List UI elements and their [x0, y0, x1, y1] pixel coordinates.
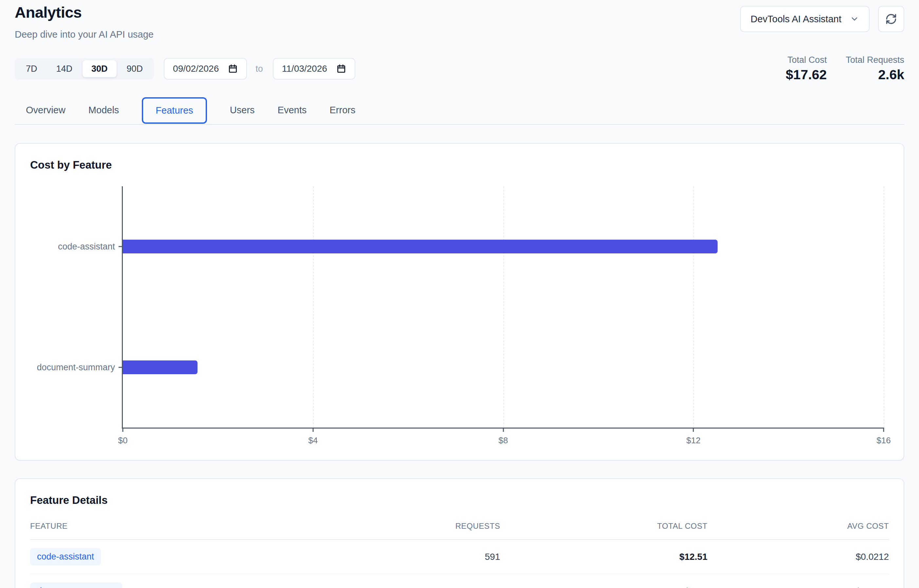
feature-chip-code-assistant[interactable]: code-assistant	[30, 548, 101, 565]
y-tick-mark	[118, 246, 123, 247]
total-cost-value: $17.62	[786, 67, 827, 82]
column-header-requests: REQUESTS	[316, 522, 500, 531]
avg-cost-cell: $0.0029	[707, 586, 889, 588]
date-range-segmented-control: 7D14D30D90D	[15, 58, 154, 79]
column-header-avg-cost: AVG COST	[707, 522, 889, 531]
end-date-input[interactable]: 11/03/2026	[273, 58, 355, 79]
total-cost-cell: $12.51	[500, 552, 707, 562]
column-header-feature: FEATURE	[30, 522, 316, 531]
x-tick-label: $4	[308, 435, 318, 446]
x-tick-label: $16	[877, 435, 890, 446]
controls-row: 7D14D30D90D 09/02/2026 to 11/03/2026 Tot…	[15, 55, 904, 82]
total-cost-label: Total Cost	[786, 55, 827, 65]
table-row: code-assistant591$12.51$0.0212	[30, 540, 889, 574]
refresh-icon	[885, 13, 897, 25]
y-tick-mark	[118, 367, 123, 368]
requests-cell: 591	[316, 552, 500, 562]
x-tick-label: $0	[118, 435, 128, 446]
bar-document-summary[interactable]	[123, 360, 197, 374]
page-title: Analytics	[15, 3, 154, 21]
gridline	[313, 186, 314, 428]
table-body: code-assistant591$12.51$0.0212document-s…	[30, 540, 889, 588]
summary-stats: Total Cost $17.62 Total Requests 2.6k	[786, 55, 904, 82]
x-tick-mark	[503, 428, 504, 432]
table-row: document-summary533$1.57$0.0029	[30, 574, 889, 588]
avg-cost-cell: $0.0212	[707, 552, 889, 562]
total-requests-stat: Total Requests 2.6k	[846, 55, 904, 82]
refresh-button[interactable]	[878, 6, 904, 32]
range-button-7d[interactable]: 7D	[17, 60, 46, 77]
chevron-down-icon	[850, 15, 859, 24]
plot-area: $0$4$8$12$16code-assistantdocument-summa…	[122, 186, 883, 428]
gridline	[693, 186, 694, 428]
tab-events[interactable]: Events	[278, 96, 307, 124]
x-tick-label: $12	[686, 435, 701, 446]
chart-title: Cost by Feature	[30, 159, 889, 171]
cost-by-feature-card: Cost by Feature $0$4$8$12$16code-assista…	[15, 143, 904, 460]
range-button-14d[interactable]: 14D	[47, 60, 82, 77]
total-cost-stat: Total Cost $17.62	[786, 55, 827, 82]
date-range-separator: to	[256, 64, 263, 74]
total-requests-label: Total Requests	[846, 55, 904, 65]
page-subtitle: Deep dive into your AI API usage	[15, 29, 154, 40]
header-block: Analytics Deep dive into your AI API usa…	[15, 3, 154, 40]
x-tick-mark	[312, 428, 314, 432]
column-header-total-cost: TOTAL COST	[500, 522, 707, 531]
project-selector-value: DevTools AI Assistant	[751, 14, 841, 24]
gridline	[883, 186, 884, 428]
tab-features[interactable]: Features	[142, 97, 207, 124]
y-category-label: code-assistant	[58, 242, 115, 252]
y-category-label: document-summary	[37, 362, 115, 372]
analytics-page: Analytics Deep dive into your AI API usa…	[0, 0, 919, 588]
gridline	[503, 186, 504, 428]
start-date-value: 09/02/2026	[173, 63, 219, 74]
bar-code-assistant[interactable]	[123, 240, 718, 254]
analytics-tabs: OverviewModelsFeaturesUsersEventsErrors	[15, 96, 904, 125]
tab-overview[interactable]: Overview	[26, 96, 65, 124]
x-tick-label: $8	[498, 435, 508, 446]
start-date-input[interactable]: 09/02/2026	[164, 58, 247, 79]
bar-chart: $0$4$8$12$16code-assistantdocument-summa…	[122, 186, 883, 428]
range-button-30d[interactable]: 30D	[83, 60, 116, 77]
feature-details-card: Feature Details FEATUREREQUESTSTOTAL COS…	[15, 478, 904, 588]
requests-cell: 533	[316, 586, 500, 588]
x-tick-mark	[123, 428, 123, 432]
calendar-icon[interactable]	[337, 64, 346, 74]
table-header-row: FEATUREREQUESTSTOTAL COSTAVG COST	[30, 522, 889, 540]
calendar-icon[interactable]	[228, 64, 238, 74]
total-cost-cell: $1.57	[500, 586, 707, 588]
feature-chip-document-summary[interactable]: document-summary	[30, 582, 122, 588]
end-date-value: 11/03/2026	[282, 63, 327, 74]
topbar-actions: DevTools AI Assistant	[740, 3, 904, 32]
total-requests-value: 2.6k	[846, 67, 904, 82]
table-title: Feature Details	[30, 494, 889, 506]
tab-users[interactable]: Users	[230, 96, 255, 124]
tab-errors[interactable]: Errors	[330, 96, 355, 124]
x-tick-mark	[693, 428, 694, 432]
top-bar: Analytics Deep dive into your AI API usa…	[15, 3, 904, 40]
tab-models[interactable]: Models	[89, 96, 119, 124]
x-tick-mark	[883, 428, 884, 432]
range-button-90d[interactable]: 90D	[118, 60, 152, 77]
project-selector[interactable]: DevTools AI Assistant	[740, 6, 870, 32]
